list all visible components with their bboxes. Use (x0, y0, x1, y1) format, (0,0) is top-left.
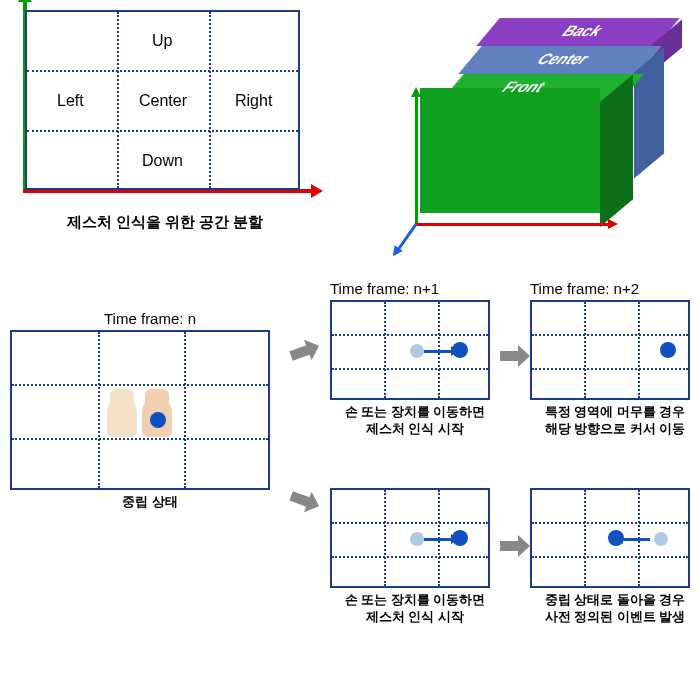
frame-n (10, 330, 270, 490)
caption-stay-l1: 특정 영역에 머무를 경우 (530, 404, 700, 421)
caption-return-l2: 사전 정의된 이벤트 발생 (530, 609, 700, 626)
flow-arrow-icon (500, 345, 530, 367)
caption-move-l1: 손 또는 장치를 이동하면 (330, 404, 500, 421)
cursor-dot (608, 530, 624, 546)
cursor-dot (150, 412, 166, 428)
motion-arrow (424, 350, 452, 353)
spatial-grid-2d: Up Left Center Right Down 제스처 인식을 위한 공간 … (10, 10, 320, 250)
gesture-flow: Time frame: n 중립 상태 Time frame: n+1 (10, 280, 690, 660)
cursor-dot (452, 530, 468, 546)
caption-stay-l2: 해당 방향으로 커서 이동 (530, 421, 700, 438)
motion-arrow-back (622, 538, 650, 541)
flow-arrow-icon (287, 486, 323, 517)
title-frame-n2-top: Time frame: n+2 (530, 280, 700, 297)
caption-2d: 제스처 인식을 위한 공간 분할 (10, 213, 320, 232)
frame-n1-bottom (330, 488, 490, 588)
motion-arrow (424, 538, 452, 541)
label-right: Right (235, 92, 272, 110)
label-down: Down (142, 152, 183, 170)
spatial-box-3d: Back Center Front (360, 10, 690, 250)
cursor-ghost (654, 532, 668, 546)
label-left: Left (57, 92, 84, 110)
title-frame-n1-top: Time frame: n+1 (330, 280, 500, 297)
caption-move-bot-l1: 손 또는 장치를 이동하면 (330, 592, 500, 609)
cursor-dot (660, 342, 676, 358)
label-up: Up (152, 32, 172, 50)
z-axis-3d (397, 223, 418, 251)
caption-neutral: 중립 상태 (10, 494, 290, 511)
flow-arrow-icon (500, 535, 530, 557)
frame-n2-top (530, 300, 690, 400)
frame-n2-bottom (530, 488, 690, 588)
title-frame-n: Time frame: n (10, 310, 290, 327)
caption-move-l2: 제스처 인식 시작 (330, 421, 500, 438)
hand-left-icon (107, 397, 137, 437)
caption-return-l1: 중립 상태로 돌아올 경우 (530, 592, 700, 609)
y-axis-3d (415, 95, 418, 225)
cursor-ghost (410, 532, 424, 546)
flow-arrow-icon (287, 336, 323, 367)
x-axis-3d (415, 223, 610, 226)
frame-n1-top (330, 300, 490, 400)
cursor-ghost (410, 344, 424, 358)
label-center: Center (139, 92, 187, 110)
cursor-dot (452, 342, 468, 358)
caption-move-bot-l2: 제스처 인식 시작 (330, 609, 500, 626)
